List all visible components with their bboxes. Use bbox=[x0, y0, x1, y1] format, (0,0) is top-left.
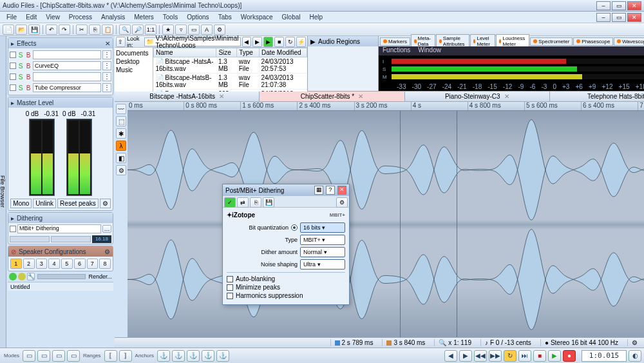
doc-minimize-button[interactable]: – bbox=[596, 13, 611, 22]
tool-copy[interactable]: ⎘ bbox=[89, 25, 100, 35]
maximize-button[interactable]: ▭ bbox=[612, 1, 626, 10]
stop-button[interactable]: ■ bbox=[533, 350, 546, 362]
param-dropdown[interactable]: Normal ▾ bbox=[300, 247, 345, 257]
menu-meters[interactable]: Meters bbox=[130, 12, 158, 22]
tool-open[interactable]: 📂 bbox=[15, 25, 27, 35]
tab-close-icon[interactable]: ✕ bbox=[358, 93, 363, 100]
speaker-6[interactable]: 6 bbox=[74, 259, 86, 269]
reset-peaks-button[interactable]: Reset peaks bbox=[57, 199, 99, 208]
col-type[interactable]: Type bbox=[237, 48, 260, 57]
dialog-close-button[interactable]: ✕ bbox=[337, 186, 346, 195]
document-tab[interactable]: Piano-Steinway-C3✕ bbox=[405, 92, 550, 101]
close-button[interactable]: ✕ bbox=[627, 1, 641, 10]
fx-menu-button[interactable]: ⋮ bbox=[102, 72, 111, 81]
collapse-icon[interactable]: ▸ bbox=[11, 99, 14, 106]
wave-tool-link[interactable]: ✱ bbox=[116, 128, 126, 139]
analyzer-tab[interactable]: Markers bbox=[380, 37, 410, 46]
tool-zoom-out[interactable]: 🔎 bbox=[132, 25, 144, 35]
param-dropdown[interactable]: Ultra ▾ bbox=[300, 259, 345, 270]
fx-slot[interactable] bbox=[33, 72, 101, 81]
tool-save[interactable]: 💾 bbox=[28, 25, 40, 35]
menu-workspace[interactable]: Workspace bbox=[237, 12, 277, 22]
menu-analysis[interactable]: Analysis bbox=[97, 12, 129, 22]
dialog-preset-button[interactable]: ▦ bbox=[314, 186, 323, 195]
doc-maximize-button[interactable]: ▭ bbox=[612, 13, 626, 22]
timecode-display[interactable]: 1:0.015 bbox=[582, 350, 627, 362]
anchor-3[interactable]: ⚓ bbox=[187, 350, 200, 362]
functions-menu[interactable]: Functions bbox=[383, 46, 410, 55]
tool-cut[interactable]: ✂ bbox=[76, 25, 88, 35]
anchor-1[interactable]: ⚓ bbox=[157, 350, 170, 362]
menu-tabs[interactable]: Tabs bbox=[214, 12, 236, 22]
speaker-1[interactable]: 1 bbox=[10, 259, 22, 269]
noise-slider[interactable] bbox=[10, 236, 50, 242]
wave-tool-select[interactable]: ⬚ bbox=[116, 116, 126, 126]
speaker-8[interactable]: 8 bbox=[99, 259, 111, 269]
document-tab[interactable]: Bitscape -HatsA-16bits✕ bbox=[115, 92, 260, 101]
collapse-icon[interactable]: ▸ bbox=[11, 215, 14, 222]
unlink-button[interactable]: Unlink bbox=[33, 199, 56, 208]
tool-paste[interactable]: 📋 bbox=[102, 25, 113, 35]
range-1[interactable]: ⟦ bbox=[104, 350, 117, 362]
fx-slot[interactable]: CurveEQ bbox=[33, 61, 101, 70]
tool-zoom-in[interactable]: 🔍 bbox=[119, 25, 131, 35]
prev-marker-button[interactable]: ◀ bbox=[444, 350, 457, 362]
option-checkbox[interactable] bbox=[227, 284, 233, 291]
close-icon[interactable]: ✕ bbox=[105, 40, 110, 47]
col-date[interactable]: Date Modified bbox=[259, 48, 307, 57]
tool-gear[interactable]: ⚙ bbox=[214, 25, 225, 35]
wave-tool-wave[interactable]: 〰 bbox=[116, 104, 126, 114]
document-tab[interactable]: Telephone Hats-8bits✕ bbox=[550, 92, 644, 101]
wave-tool-gear[interactable]: ⚙ bbox=[116, 165, 126, 175]
tool-undo[interactable]: ↶ bbox=[46, 25, 57, 35]
speaker-2[interactable]: 2 bbox=[23, 259, 35, 269]
autoplay-button[interactable]: ⚡ bbox=[296, 37, 306, 47]
param-dropdown[interactable]: 16 bits ▾ bbox=[300, 222, 345, 233]
col-size[interactable]: Size bbox=[216, 48, 237, 57]
mode-4[interactable]: ▭ bbox=[67, 350, 80, 362]
fx-menu-button[interactable]: ⋮ bbox=[102, 50, 111, 59]
tab-close-icon[interactable]: ✕ bbox=[504, 93, 509, 100]
option-checkbox[interactable] bbox=[227, 276, 233, 282]
shaping-slider[interactable] bbox=[51, 236, 91, 242]
wave-tool-marker[interactable]: ◧ bbox=[116, 153, 126, 163]
loop-button[interactable]: ↻ bbox=[504, 350, 516, 362]
next-marker-button[interactable]: ▶ bbox=[459, 350, 472, 362]
fx-enable-checkbox[interactable] bbox=[10, 63, 16, 69]
menu-global[interactable]: Global bbox=[278, 12, 305, 22]
dialog-settings-button[interactable]: ⚙ bbox=[336, 197, 348, 208]
mode-3[interactable]: ▭ bbox=[52, 350, 65, 362]
fx-enable-checkbox[interactable] bbox=[10, 74, 16, 80]
fx-menu-button[interactable]: ⋮ bbox=[102, 83, 111, 92]
menu-process[interactable]: Process bbox=[65, 12, 96, 22]
file-browser-tab[interactable]: File Browser bbox=[0, 36, 6, 348]
jog-button[interactable]: ◐ bbox=[629, 350, 641, 362]
waveform-display[interactable]: 0 ms0 s 800 ms1 s 600 ms2 s 400 ms3 s 20… bbox=[128, 102, 644, 348]
time-ruler[interactable]: 0 ms0 s 800 ms1 s 600 ms2 s 400 ms3 s 20… bbox=[128, 102, 644, 111]
render-label[interactable]: Render... bbox=[88, 273, 112, 280]
dialog-help-button[interactable]: ? bbox=[326, 186, 335, 195]
wave-tool-rss[interactable]: λ bbox=[116, 141, 126, 151]
speaker-3[interactable]: 3 bbox=[36, 259, 48, 269]
speaker-5[interactable]: 5 bbox=[61, 259, 73, 269]
stop-button[interactable]: ■ bbox=[274, 37, 284, 47]
history-back[interactable]: ◀ bbox=[242, 37, 252, 47]
tool-marker[interactable]: ▿ bbox=[175, 25, 187, 35]
forward-button[interactable]: ▶▶ bbox=[489, 350, 502, 362]
menu-file[interactable]: File bbox=[3, 12, 21, 22]
tool-star[interactable]: ★ bbox=[162, 25, 174, 35]
config-button[interactable]: ⚙ bbox=[104, 248, 110, 255]
fx-enable-checkbox[interactable] bbox=[10, 84, 16, 91]
file-row[interactable]: 📄 Bitscape-HatsB-16bits.wav1.3 MBwav Fil… bbox=[154, 74, 307, 90]
speaker-4[interactable]: 4 bbox=[48, 259, 60, 269]
mono-button[interactable]: Mono bbox=[10, 199, 32, 208]
dither-enable-checkbox[interactable] bbox=[10, 226, 16, 232]
path-field[interactable]: 📁V:\Alchemy\Samples\Minimal Techno\Loops bbox=[144, 37, 240, 46]
tool-redo[interactable]: ↷ bbox=[59, 25, 70, 35]
rewind-button[interactable]: ◀◀ bbox=[474, 350, 487, 362]
menu-options[interactable]: Options bbox=[183, 12, 213, 22]
tree-desktop[interactable]: Desktop bbox=[116, 57, 151, 66]
anchor-5[interactable]: ⚓ bbox=[216, 350, 229, 362]
tree-documents[interactable]: Documents bbox=[116, 49, 151, 57]
param-dropdown[interactable]: MBIT+ ▾ bbox=[300, 235, 345, 245]
